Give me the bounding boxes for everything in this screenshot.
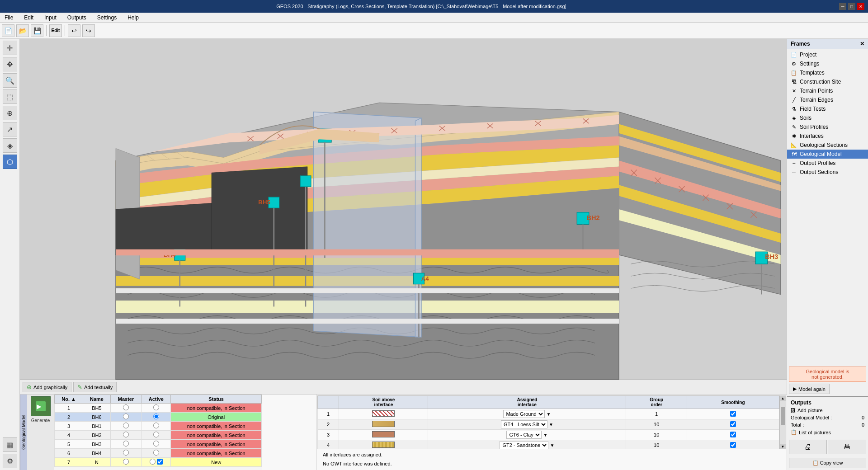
cell-master[interactable] (110, 422, 141, 431)
interface-select-3[interactable]: GT2 - Sandstone (500, 441, 548, 449)
sidebar-geological-sections[interactable]: 📐 Geological Sections (787, 141, 868, 150)
edit-button[interactable]: Edit (49, 24, 62, 37)
scroll-thumb[interactable] (781, 407, 785, 425)
cell-master[interactable] (110, 431, 141, 440)
generate-icon[interactable]: ▶ (31, 396, 51, 416)
zoom-tool[interactable]: 🔍 (3, 73, 17, 88)
close-button[interactable]: ✕ (857, 3, 864, 10)
table-row[interactable]: 5 BH3 non compatible, in Section (55, 440, 262, 449)
menu-edit[interactable]: Edit (21, 14, 36, 22)
model-again-button[interactable]: ▶ Model again (789, 384, 830, 394)
sidebar-project[interactable]: 📄 Project (787, 50, 868, 59)
interface-dropdown-icon-1[interactable]: ▼ (549, 422, 553, 427)
table-row[interactable]: 6 BH4 non compatible, in Section (55, 449, 262, 458)
minimize-button[interactable]: ─ (839, 3, 846, 10)
icell-smooth[interactable] (687, 419, 779, 430)
sidebar-terrain-edges[interactable]: ╱ Terrain Edges (787, 95, 868, 104)
list-item[interactable]: 1 Made Ground ▼ 1 (318, 409, 779, 419)
table-row[interactable]: 7 N New (55, 458, 262, 467)
cell-master[interactable] (110, 458, 141, 467)
move-tool[interactable]: ✥ (3, 57, 17, 71)
copy-view-button[interactable]: 📋 Copy view (789, 458, 866, 468)
icell-assigned[interactable]: GT4 - Loess Silt ▼ (428, 419, 626, 430)
sidebar-templates[interactable]: 📋 Templates (787, 68, 868, 77)
table-row[interactable]: 4 BH2 non compatible, in Section (55, 431, 262, 440)
icell-assigned[interactable]: GT6 - Clay ▼ (428, 430, 626, 440)
sidebar-soil-profiles[interactable]: ✎ Soil Profiles (787, 122, 868, 132)
cell-master[interactable] (110, 404, 141, 413)
menu-input[interactable]: Input (42, 14, 59, 22)
interface-select-1[interactable]: GT4 - Loess Silt (501, 420, 547, 428)
icell-smooth[interactable] (687, 409, 779, 419)
sidebar-soils[interactable]: ◈ Soils (787, 113, 868, 122)
3d-box-tool[interactable]: ⬡ (3, 155, 17, 169)
settings-tool[interactable]: ⚙ (3, 454, 17, 468)
sidebar-output-sections[interactable]: ═ Output Sections (787, 168, 868, 177)
cell-active[interactable] (142, 440, 171, 449)
icell-smooth[interactable] (687, 440, 779, 450)
sidebar-interfaces[interactable]: ✱ Interfaces (787, 132, 868, 141)
undo-button[interactable]: ↩ (68, 24, 80, 37)
cell-active[interactable] (142, 431, 171, 440)
add-textually-button[interactable]: ✎ Add textually (73, 382, 117, 392)
menu-file[interactable]: File (2, 14, 16, 22)
list-item[interactable]: 4 GT2 - Sandstone ▼ 10 (318, 440, 779, 450)
interface-select-2[interactable]: GT6 - Clay (506, 431, 542, 439)
list-item[interactable]: 2 GT4 - Loess Silt ▼ 10 (318, 419, 779, 430)
icell-assigned[interactable]: Made Ground ▼ (428, 409, 626, 419)
table-view-tool[interactable]: ▦ (3, 437, 17, 452)
maximize-button[interactable]: □ (848, 3, 855, 10)
cell-master[interactable] (110, 413, 141, 422)
cell-active[interactable] (142, 449, 171, 458)
sidebar-geological-model[interactable]: 🗺 Geological Model (787, 150, 868, 159)
print2-button[interactable]: 🖶 (829, 440, 867, 454)
table-row[interactable]: 3 BH1 non compatible, in Section (55, 422, 262, 431)
interface-select-0[interactable]: Made Ground (503, 410, 545, 418)
sidebar-output-profiles[interactable]: ╌ Output Profiles (787, 159, 868, 168)
node-tool[interactable]: ⊕ (3, 106, 17, 120)
viewport[interactable]: BH1 BH2 BH3 BH4 (20, 39, 787, 380)
list-item[interactable]: 3 GT6 - Clay ▼ 10 (318, 430, 779, 440)
sidebar-settings[interactable]: ⚙ Settings (787, 59, 868, 68)
interface-table-wrapper[interactable]: Soil aboveinterface Assignedinterface Gr… (317, 395, 779, 449)
sidebar-terrain-points[interactable]: ✕ Terrain Points (787, 86, 868, 95)
table-row[interactable]: 2 BH6 Original (55, 413, 262, 422)
add-graphically-button[interactable]: ⊕ Add graphically (23, 382, 71, 392)
icell-smooth[interactable] (687, 430, 779, 440)
add-picture-item[interactable]: 🖼 Add picture (789, 407, 866, 414)
col-active[interactable]: Active (142, 395, 171, 404)
frames-collapse-icon[interactable]: ✕ (860, 41, 864, 47)
3d-view-tool[interactable]: ◈ (3, 138, 17, 153)
borehole-table[interactable]: No. ▲ Name Master Active Status 1 BH5 no… (54, 395, 262, 470)
cell-active[interactable] (142, 404, 171, 413)
col-no[interactable]: No. ▲ (55, 395, 83, 404)
print-button[interactable]: 🖨 (789, 440, 827, 454)
redo-button[interactable]: ↪ (82, 24, 95, 37)
scroll-up-btn[interactable]: ▲ (780, 395, 786, 401)
col-status[interactable]: Status (171, 395, 262, 404)
table-row[interactable]: 1 BH5 non compatible, in Section (55, 404, 262, 413)
new-button[interactable]: 📄 (2, 24, 14, 37)
interface-dropdown-icon-3[interactable]: ▼ (550, 443, 555, 448)
col-master[interactable]: Master (110, 395, 141, 404)
interface-dropdown-icon-2[interactable]: ▼ (543, 432, 548, 437)
interface-dropdown-icon-0[interactable]: ▼ (547, 412, 551, 417)
measure-tool[interactable]: ↗ (3, 122, 17, 136)
save-button[interactable]: 💾 (31, 24, 43, 37)
col-name[interactable]: Name (83, 395, 111, 404)
select-rect-tool[interactable]: ⬚ (3, 89, 17, 104)
interface-scrollbar[interactable]: ▲ ▼ (779, 395, 786, 449)
sidebar-construction-site[interactable]: 🏗 Construction Site (787, 77, 868, 86)
cell-active[interactable] (142, 458, 171, 467)
cell-master[interactable] (110, 449, 141, 458)
cell-active[interactable] (142, 422, 171, 431)
cell-active[interactable] (142, 413, 171, 422)
menu-outputs[interactable]: Outputs (65, 14, 89, 22)
menu-settings[interactable]: Settings (94, 14, 119, 22)
icell-assigned[interactable]: GT2 - Sandstone ▼ (428, 440, 626, 450)
sidebar-field-tests[interactable]: ⚗ Field Tests (787, 104, 868, 113)
cell-master[interactable] (110, 440, 141, 449)
open-button[interactable]: 📂 (16, 24, 29, 37)
scroll-down-btn[interactable]: ▼ (780, 444, 786, 449)
pan-tool[interactable]: ✛ (3, 41, 17, 55)
